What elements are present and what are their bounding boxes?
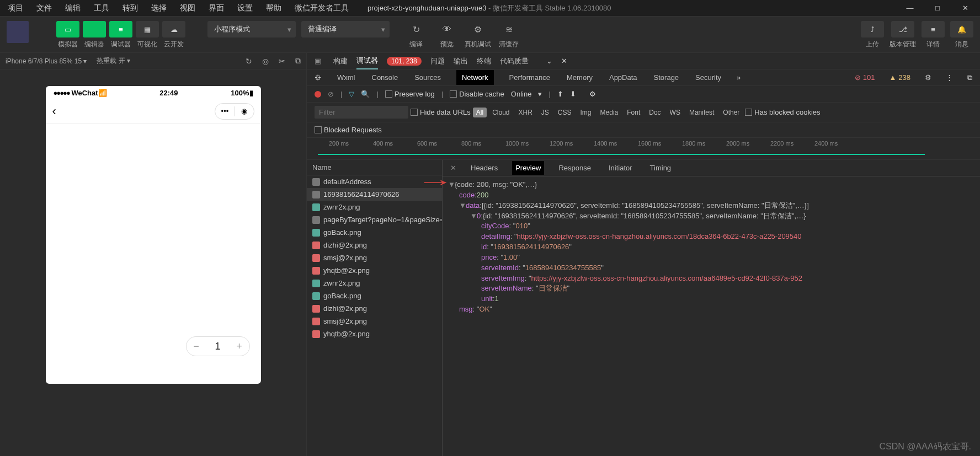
detail-tab-preview[interactable]: Preview [512, 161, 544, 175]
tab-problems[interactable]: 问题 [430, 53, 445, 69]
filter-chip-img[interactable]: Img [577, 108, 595, 117]
tab-output[interactable]: 输出 [454, 53, 468, 69]
filter-chip-manifest[interactable]: Manifest [686, 108, 717, 117]
request-row[interactable]: smsj@2x.png [307, 251, 442, 264]
真机调试-button[interactable]: ⚙ [470, 21, 486, 37]
avatar[interactable] [7, 21, 29, 43]
menu-工具[interactable]: 工具 [88, 1, 115, 15]
filter-chip-css[interactable]: CSS [555, 108, 575, 117]
name-column-header[interactable]: Name [307, 160, 442, 175]
request-row[interactable]: 1693815624114970626 [307, 188, 442, 201]
maximize-button[interactable]: □ [925, 0, 950, 17]
filter-chip-xhr[interactable]: XHR [515, 108, 535, 117]
chevron-down-icon[interactable]: ⌄ [546, 57, 552, 65]
dock-icon[interactable]: ▣ [315, 57, 321, 65]
menu-视图[interactable]: 视图 [174, 1, 201, 15]
tab-terminal[interactable]: 终端 [477, 53, 491, 69]
tab-console[interactable]: Console [371, 70, 400, 85]
back-icon[interactable]: ‹ [52, 104, 56, 119]
record-button[interactable] [315, 91, 321, 98]
详情-button[interactable]: ≡ [922, 21, 945, 37]
download-icon[interactable]: ⬇ [570, 90, 576, 98]
tab-debugger[interactable]: 调试器 [356, 53, 378, 69]
detach-icon[interactable]: ⧉ [967, 73, 972, 82]
preserve-log-checkbox[interactable]: Preserve log [385, 90, 435, 98]
tab-memory[interactable]: Memory [566, 70, 594, 85]
request-row[interactable]: goBack.png [307, 226, 442, 239]
清缓存-button[interactable]: ≋ [500, 21, 517, 37]
error-count[interactable]: ⊘ 101 [855, 73, 875, 82]
filter-chip-ws[interactable]: WS [667, 108, 684, 117]
hot-reload-toggle[interactable]: 热重载 开 ▾ [97, 56, 130, 66]
close-detail-icon[interactable]: ✕ [450, 164, 456, 172]
clear-icon[interactable]: ⊘ [328, 90, 334, 98]
blocked-requests-checkbox[interactable]: Blocked Requests [315, 126, 972, 134]
detail-tab-timing[interactable]: Timing [647, 161, 675, 175]
detail-tab-initiator[interactable]: Initiator [605, 161, 636, 175]
minimize-button[interactable]: — [897, 0, 923, 17]
request-row[interactable]: zwnr2x.png [307, 277, 442, 289]
tab-network[interactable]: Network [456, 70, 494, 85]
simulator-button[interactable]: ▭ [56, 21, 79, 37]
filter-input[interactable] [315, 106, 408, 119]
compile-select[interactable]: 普通编译 [301, 21, 390, 37]
request-row[interactable]: dizhi@2x.png [307, 302, 442, 315]
overflow-icon[interactable]: » [737, 73, 741, 82]
json-preview[interactable]: ▼{code: 200, msg: "OK",…} code: 200 ▼dat… [443, 176, 980, 456]
request-row[interactable]: defaultAddress [307, 175, 442, 188]
close-button[interactable]: ✕ [952, 0, 978, 17]
tab-build[interactable]: 构建 [333, 53, 348, 69]
filter-chip-other[interactable]: Other [720, 108, 743, 117]
gear-icon[interactable]: ⚙ [925, 73, 931, 82]
filter-chip-font[interactable]: Font [624, 108, 643, 117]
detail-tab-headers[interactable]: Headers [467, 161, 501, 175]
visual-button[interactable]: ▦ [136, 21, 159, 37]
editor-button[interactable] [83, 21, 106, 37]
menu-选择[interactable]: 选择 [146, 1, 172, 15]
menu-文件[interactable]: 文件 [31, 1, 57, 15]
menu-项目[interactable]: 项目 [2, 1, 29, 15]
quantity-stepper[interactable]: − 1 + [186, 336, 250, 356]
hide-data-urls-checkbox[interactable]: Hide data URLs [411, 108, 471, 116]
filter-chip-js[interactable]: JS [538, 108, 552, 117]
menu-微信开发者工具[interactable]: 微信开发者工具 [289, 1, 354, 15]
cloud-button[interactable]: ☁ [162, 21, 185, 37]
tab-performance[interactable]: Performance [508, 70, 551, 85]
target-icon[interactable]: ◉ [241, 107, 247, 115]
rotate-icon[interactable]: ↻ [246, 57, 252, 66]
menu-帮助[interactable]: 帮助 [260, 1, 287, 15]
filter-chip-all[interactable]: All [473, 108, 487, 117]
network-timeline[interactable]: 200 ms400 ms600 ms800 ms1000 ms1200 ms14… [307, 138, 980, 160]
request-row[interactable]: zwnr2x.png [307, 201, 442, 213]
kebab-icon[interactable]: ⋮ [946, 73, 953, 82]
menu-设置[interactable]: 设置 [232, 1, 258, 15]
menu-界面[interactable]: 界面 [203, 1, 230, 15]
search-icon[interactable]: 🔍 [361, 90, 370, 98]
request-row[interactable]: smsj@2x.png [307, 315, 442, 328]
chevron-down-icon[interactable]: ▾ [538, 90, 542, 98]
menu-转到[interactable]: 转到 [117, 1, 143, 15]
menu-编辑[interactable]: 编辑 [60, 1, 86, 15]
消息-button[interactable]: 🔔 [950, 21, 973, 37]
inspect-icon[interactable]: ⯐ [315, 73, 322, 82]
request-row[interactable]: dizhi@2x.png [307, 239, 442, 251]
gear-icon[interactable]: ⚙ [589, 90, 596, 98]
filter-chip-doc[interactable]: Doc [646, 108, 664, 117]
popup-icon[interactable]: ⧉ [295, 56, 301, 66]
request-row[interactable]: goBack.png [307, 289, 442, 302]
minus-button[interactable]: − [187, 341, 206, 352]
request-row[interactable]: yhqtb@2x.png [307, 264, 442, 277]
tab-storage[interactable]: Storage [653, 70, 680, 85]
tab-sources[interactable]: Sources [413, 70, 442, 85]
disable-cache-checkbox[interactable]: Disable cache [450, 90, 504, 98]
filter-icon[interactable]: ▽ [349, 90, 354, 98]
capsule-menu[interactable]: ••• ◉ [215, 103, 254, 120]
编译-button[interactable]: ↻ [408, 21, 424, 37]
tab-wxml[interactable]: Wxml [336, 70, 356, 85]
throttle-select[interactable]: Online [511, 90, 532, 98]
blocked-cookies-checkbox[interactable]: Has blocked cookies [745, 108, 820, 116]
device-select[interactable]: iPhone 6/7/8 Plus 85% 15 ▾ [6, 57, 87, 65]
tab-security[interactable]: Security [694, 70, 722, 85]
预览-button[interactable]: 👁 [439, 21, 455, 37]
tab-quality[interactable]: 代码质量 [500, 53, 529, 69]
